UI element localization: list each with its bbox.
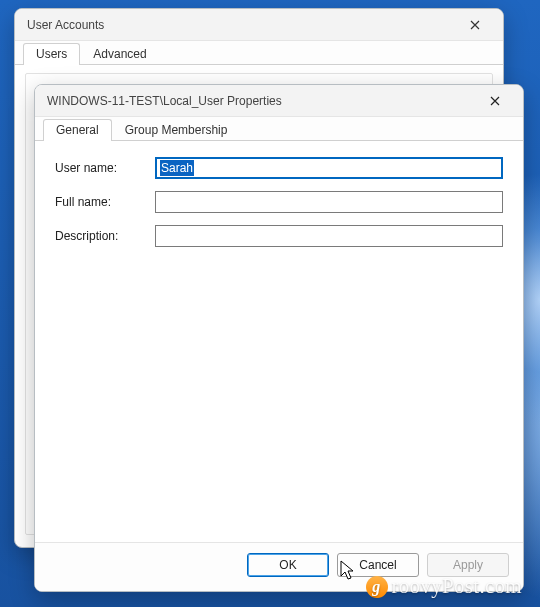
tab-general[interactable]: General xyxy=(43,119,112,141)
user-accounts-title: User Accounts xyxy=(27,18,455,32)
description-input[interactable] xyxy=(155,225,503,247)
watermark: g roovyPost.com xyxy=(366,574,522,599)
ok-button[interactable]: OK xyxy=(247,553,329,577)
field-row-username: User name: Sarah xyxy=(55,157,503,179)
tab-users[interactable]: Users xyxy=(23,43,80,65)
user-accounts-titlebar[interactable]: User Accounts xyxy=(15,9,503,41)
watermark-text: roovyPost.com xyxy=(392,574,522,599)
field-row-fullname: Full name: xyxy=(55,191,503,213)
tab-group-membership[interactable]: Group Membership xyxy=(112,119,241,141)
tab-advanced[interactable]: Advanced xyxy=(80,43,159,65)
username-input[interactable] xyxy=(155,157,503,179)
user-properties-title: WINDOWS-11-TEST\Local_User Properties xyxy=(47,94,475,108)
watermark-badge-icon: g xyxy=(366,576,388,598)
field-row-description: Description: xyxy=(55,225,503,247)
user-properties-window: WINDOWS-11-TEST\Local_User Properties Ge… xyxy=(34,84,524,592)
close-icon xyxy=(490,96,500,106)
user-accounts-tabstrip: Users Advanced xyxy=(15,41,503,65)
user-properties-titlebar[interactable]: WINDOWS-11-TEST\Local_User Properties xyxy=(35,85,523,117)
close-icon xyxy=(470,20,480,30)
username-label: User name: xyxy=(55,161,155,175)
user-properties-close-button[interactable] xyxy=(475,89,515,113)
description-label: Description: xyxy=(55,229,155,243)
user-accounts-close-button[interactable] xyxy=(455,13,495,37)
general-tab-panel: User name: Sarah Full name: Description: xyxy=(35,141,523,542)
user-properties-tabstrip: General Group Membership xyxy=(35,117,523,141)
fullname-label: Full name: xyxy=(55,195,155,209)
fullname-input[interactable] xyxy=(155,191,503,213)
